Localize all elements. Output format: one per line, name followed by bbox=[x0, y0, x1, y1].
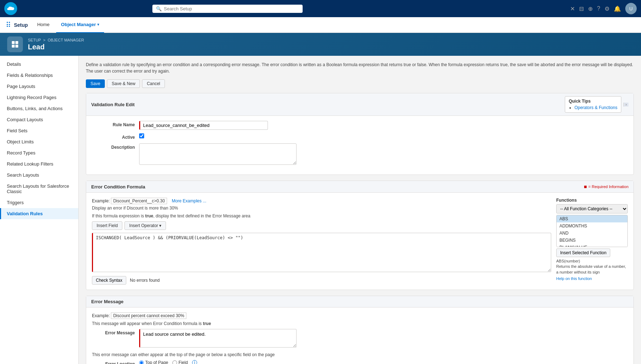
help-icon[interactable]: ? bbox=[597, 5, 600, 12]
breadcrumb-setup-link[interactable]: SETUP bbox=[28, 38, 41, 42]
active-row: Active bbox=[92, 133, 628, 140]
more-examples-link[interactable]: More Examples ... bbox=[172, 198, 206, 203]
sidebar-item-object-limits[interactable]: Object Limits bbox=[0, 136, 78, 147]
app-navigation: ⠿ Setup Home Object Manager ▾ bbox=[0, 17, 641, 33]
syntax-result: No errors found bbox=[130, 278, 160, 283]
check-syntax-button[interactable]: Check Syntax bbox=[92, 276, 126, 285]
cancel-button-top[interactable]: Cancel bbox=[142, 79, 165, 88]
function-item-and[interactable]: AND bbox=[557, 230, 627, 237]
sidebar-item-related-lookup-filters[interactable]: Related Lookup Filters bbox=[0, 158, 78, 169]
error-condition-title: Error Condition Formula bbox=[91, 184, 145, 190]
active-value bbox=[139, 133, 628, 138]
insert-operator-button[interactable]: Insert Operator ▾ bbox=[124, 221, 166, 230]
validation-rule-edit-panel: Validation Rule Edit Quick Tips Operator… bbox=[86, 93, 634, 175]
formula-right: Functions -- All Function Categories -- … bbox=[556, 198, 628, 285]
function-item-blankvalue[interactable]: BLANKVALUE bbox=[557, 244, 627, 247]
error-msg-field-label: Error Message bbox=[92, 329, 135, 335]
error-msg-example-label: Example: bbox=[92, 313, 110, 318]
expand-handle[interactable]: › bbox=[623, 103, 628, 107]
error-location-value: Top of Page Field i bbox=[139, 360, 628, 364]
active-checkbox[interactable] bbox=[139, 133, 144, 138]
add-icon[interactable]: ⊕ bbox=[588, 5, 593, 12]
quick-tips-box: Quick Tips Operators & Functions bbox=[565, 96, 621, 113]
functions-section: Functions -- All Function Categories -- … bbox=[556, 198, 628, 281]
function-item-begins[interactable]: BEGINS bbox=[557, 237, 627, 244]
error-message-input[interactable]: Lead source cannot be edited. bbox=[139, 329, 297, 348]
chevron-down-icon: ▾ bbox=[97, 23, 99, 26]
error-condition-panel: Error Condition Formula ■ = Required Inf… bbox=[86, 181, 634, 290]
sidebar: Details Fields & Relationships Page Layo… bbox=[0, 56, 79, 364]
description-input[interactable] bbox=[139, 143, 297, 165]
field-info-icon[interactable]: i bbox=[192, 360, 197, 364]
object-icon bbox=[7, 36, 23, 52]
rule-name-input[interactable] bbox=[139, 121, 268, 130]
description-text: Define a validation rule by specifying a… bbox=[86, 62, 634, 74]
chevron-down-icon: ▾ bbox=[159, 223, 161, 228]
error-message-body: Example: Discount percent cannot exceed … bbox=[86, 308, 633, 364]
save-new-button-top[interactable]: Save & New bbox=[107, 79, 140, 88]
sidebar-item-compact-layouts[interactable]: Compact Layouts bbox=[0, 114, 78, 125]
error-message-title: Error Message bbox=[91, 299, 123, 304]
sidebar-item-triggers[interactable]: Triggers bbox=[0, 197, 78, 208]
quick-tips-title: Quick Tips bbox=[569, 99, 617, 104]
error-location-label: Error Location bbox=[92, 360, 135, 364]
breadcrumb-header: SETUP > OBJECT MANAGER Lead bbox=[0, 33, 641, 56]
function-item-abs[interactable]: ABS bbox=[557, 215, 627, 222]
sidebar-item-details[interactable]: Details bbox=[0, 59, 78, 70]
breadcrumb-object-manager-link[interactable]: OBJECT MANAGER bbox=[48, 38, 84, 42]
function-help-link[interactable]: Help on this function bbox=[556, 276, 628, 281]
rule-name-label: Rule Name bbox=[92, 121, 135, 127]
save-button-top[interactable]: Save bbox=[86, 79, 105, 88]
field-radio[interactable] bbox=[172, 360, 177, 364]
function-description: ABS(number) Returns the absolute value o… bbox=[556, 259, 628, 275]
sidebar-item-field-sets[interactable]: Field Sets bbox=[0, 125, 78, 136]
sidebar-item-validation-rules[interactable]: Validation Rules bbox=[0, 208, 78, 219]
error-location-radio-group: Top of Page Field i bbox=[139, 360, 628, 364]
functions-label: Functions bbox=[556, 198, 628, 203]
minimize-icon[interactable]: ⊟ bbox=[579, 5, 584, 12]
nav-item-home[interactable]: Home bbox=[32, 17, 55, 33]
sidebar-item-buttons-links-actions[interactable]: Buttons, Links, and Actions bbox=[0, 103, 78, 114]
main-layout: Details Fields & Relationships Page Layo… bbox=[0, 56, 641, 364]
search-bar[interactable]: 🔍 bbox=[152, 5, 303, 13]
page-title: Lead bbox=[28, 43, 84, 51]
example-desc: Display an error if Discount is more tha… bbox=[92, 206, 551, 211]
svg-rect-3 bbox=[15, 45, 18, 48]
sidebar-item-fields-relationships[interactable]: Fields & Relationships bbox=[0, 70, 78, 81]
active-label: Active bbox=[92, 133, 135, 140]
salesforce-logo[interactable] bbox=[4, 2, 17, 15]
sidebar-item-record-types[interactable]: Record Types bbox=[0, 147, 78, 158]
error-msg-field-row: Error Message Lead source cannot be edit… bbox=[92, 329, 628, 349]
operators-functions-link[interactable]: Operators & Functions bbox=[574, 105, 617, 110]
search-input[interactable] bbox=[164, 6, 299, 11]
function-item-addmonths[interactable]: ADDMONTHS bbox=[557, 222, 627, 230]
svg-rect-2 bbox=[12, 45, 15, 48]
error-msg-field-value: Lead source cannot be edited. bbox=[139, 329, 628, 349]
avatar[interactable]: U bbox=[625, 3, 637, 14]
formula-editor[interactable]: ISCHANGED( LeadSource ) && (PRIORVALUE(L… bbox=[92, 233, 551, 272]
example-label: Example: bbox=[92, 198, 110, 203]
top-navigation: 🔍 ✕ ⊟ ⊕ ? ⚙ 🔔 U bbox=[0, 0, 641, 17]
function-categories-select[interactable]: -- All Function Categories -- Date and T… bbox=[556, 204, 628, 213]
sidebar-item-lightning-record-pages[interactable]: Lightning Record Pages bbox=[0, 92, 78, 103]
notifications-icon[interactable]: 🔔 bbox=[614, 5, 621, 12]
insert-selected-function-button[interactable]: Insert Selected Function bbox=[556, 249, 610, 257]
error-message-panel: Error Message Example: Discount percent … bbox=[86, 296, 634, 364]
nav-item-object-manager[interactable]: Object Manager ▾ bbox=[56, 17, 104, 33]
insert-field-button[interactable]: Insert Field bbox=[92, 221, 122, 230]
settings-icon[interactable]: ⚙ bbox=[605, 5, 610, 12]
error-msg-example-value: Discount percent cannot exceed 30% bbox=[111, 313, 186, 319]
close-icon[interactable]: ✕ bbox=[570, 5, 575, 12]
validation-rule-edit-body: Rule Name Active Description bbox=[86, 116, 633, 174]
field-radio-label[interactable]: Field bbox=[172, 360, 188, 364]
grid-icon[interactable]: ⠿ bbox=[6, 21, 11, 29]
top-of-page-radio-label[interactable]: Top of Page bbox=[139, 360, 168, 364]
example-value: Discount_Percent__c>0.30 bbox=[111, 198, 167, 204]
breadcrumb: SETUP > OBJECT MANAGER bbox=[28, 38, 84, 42]
description-label: Description bbox=[92, 143, 135, 150]
description-row: Description bbox=[92, 143, 628, 166]
sidebar-item-search-layouts[interactable]: Search Layouts bbox=[0, 169, 78, 181]
sidebar-item-search-layouts-classic[interactable]: Search Layouts for Salesforce Classic bbox=[0, 181, 78, 197]
top-of-page-radio[interactable] bbox=[139, 360, 144, 364]
sidebar-item-page-layouts[interactable]: Page Layouts bbox=[0, 81, 78, 92]
